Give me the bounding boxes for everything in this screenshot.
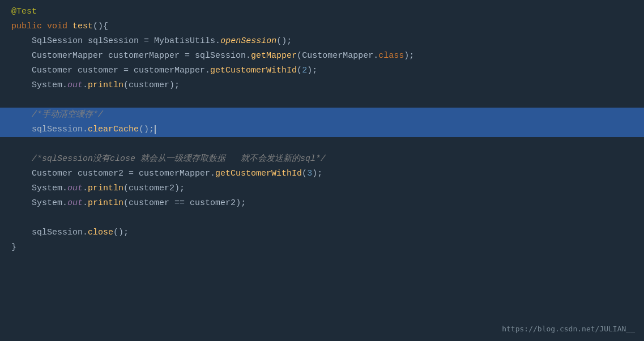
watermark: https://blog.csdn.net/JULIAN__	[502, 323, 635, 335]
line-comment-clear: /*手动清空缓存*/	[0, 108, 644, 122]
code-editor: @Test public void test (){ SqlSession sq…	[0, 0, 644, 341]
annotation-text: @Test	[11, 5, 37, 19]
line-comment2: /*sqlSession没有close 就会从一级缓存取数据 就不会发送新的sq…	[0, 152, 644, 167]
method-test: test	[72, 20, 93, 33]
text-cursor	[155, 125, 156, 134]
line-empty1	[0, 93, 644, 108]
kw-void: void	[47, 20, 67, 33]
line-customer2: Customer customer2 = customerMapper. get…	[0, 167, 644, 181]
line-mapper: CustomerMapper customerMapper = sqlSessi…	[0, 49, 644, 63]
line-annotation: @Test	[0, 5, 644, 19]
comment-sqlsession: /*sqlSession没有close 就会从一级缓存取数据 就不会发送新的sq…	[32, 152, 326, 166]
line-println1: System . out . println (customer);	[0, 78, 644, 93]
comment-clearcache: /*手动清空缓存*/	[32, 108, 103, 122]
line-method-sig: public void test (){	[0, 19, 644, 34]
line-closing-brace: }	[0, 240, 644, 255]
line-println3: System . out . println (customer == cust…	[0, 196, 644, 211]
line-empty2	[0, 137, 644, 152]
line-close: sqlSession. close ();	[0, 225, 644, 240]
type-customer: Customer	[32, 64, 72, 78]
kw-public: public	[11, 20, 42, 33]
line-empty3	[0, 211, 644, 225]
line-sqlsession: SqlSession sqlSession = MybatisUtils . o…	[0, 34, 644, 49]
line-println2: System . out . println (customer2);	[0, 181, 644, 196]
line-customer1: Customer customer = customerMapper. getC…	[0, 63, 644, 78]
line-clearcache: sqlSession. clearCache ();	[0, 122, 644, 137]
